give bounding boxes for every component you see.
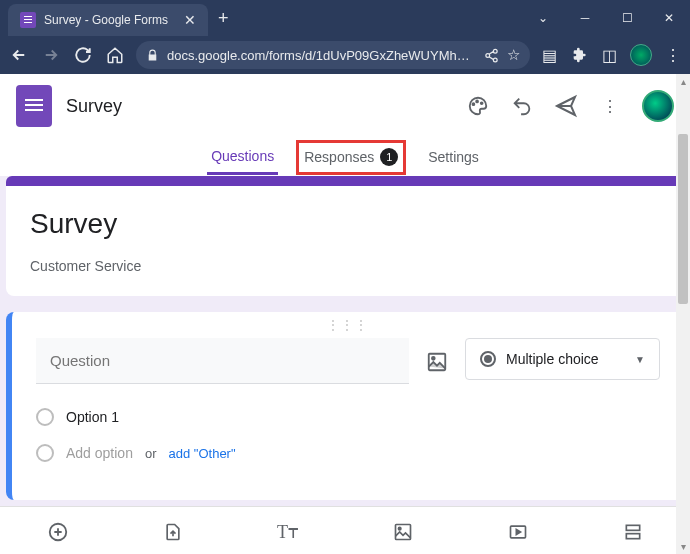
home-button[interactable] [104,44,126,66]
send-button[interactable] [554,94,578,118]
svg-rect-10 [626,533,639,538]
reader-icon[interactable]: ▤ [540,46,558,64]
option-text[interactable]: Option 1 [66,409,119,425]
new-tab-button[interactable]: + [208,0,239,36]
radio-empty-icon [36,408,54,426]
account-avatar[interactable] [642,90,674,122]
minimize-button[interactable]: ─ [564,0,606,36]
question-type-label: Multiple choice [506,351,625,367]
scroll-up-icon[interactable]: ▴ [676,76,690,87]
add-section-button[interactable] [621,520,645,544]
scrollbar-thumb[interactable] [678,134,688,304]
sidepanel-icon[interactable]: ◫ [600,46,618,64]
tab-favicon [20,12,36,28]
add-video-button[interactable] [506,520,530,544]
browser-tab[interactable]: Survey - Google Forms ✕ [8,4,208,36]
address-bar[interactable]: docs.google.com/forms/d/1dUvP09GxZheWUYM… [136,41,530,69]
scrollbar[interactable]: ▴ ▾ [676,74,690,554]
add-option-row: Add option or add "Other" [36,444,660,462]
add-option-button[interactable]: Add option [66,445,133,461]
accent-bar [6,176,684,186]
form-description[interactable]: Customer Service [30,258,660,274]
form-name[interactable]: Survey [66,96,452,117]
tab-search-button[interactable]: ⌄ [522,0,564,36]
tab-settings[interactable]: Settings [424,141,483,173]
add-image-button[interactable] [425,350,449,374]
add-question-button[interactable] [46,520,70,544]
chevron-down-icon: ▼ [635,354,645,365]
lock-icon [146,49,159,62]
chrome-menu-icon[interactable]: ⋮ [664,46,682,64]
tab-responses[interactable]: Responses 1 [300,140,402,174]
maximize-button[interactable]: ☐ [606,0,648,36]
radio-empty-icon [36,444,54,462]
svg-point-7 [398,527,401,530]
or-text: or [145,446,157,461]
tab-questions[interactable]: Questions [207,140,278,175]
add-title-button[interactable]: Tᴛ [276,520,300,544]
title-card[interactable]: Survey Customer Service [6,186,684,296]
import-questions-button[interactable] [161,520,185,544]
url-text: docs.google.com/forms/d/1dUvP09GxZheWUYM… [167,48,476,63]
form-body: Survey Customer Service ⋮⋮⋮ Multiple cho… [0,176,690,554]
svg-point-4 [432,357,435,360]
share-icon[interactable] [484,48,499,63]
tab-title: Survey - Google Forms [44,13,176,27]
extensions-icon[interactable] [570,46,588,64]
drag-handle-icon[interactable]: ⋮⋮⋮ [36,312,660,338]
theme-button[interactable] [466,94,490,118]
form-tabs: Questions Responses 1 Settings [0,138,690,176]
close-window-button[interactable]: ✕ [648,0,690,36]
tab-questions-label: Questions [211,148,274,164]
back-button[interactable] [8,44,30,66]
add-image-toolbar-button[interactable] [391,520,415,544]
tab-close-icon[interactable]: ✕ [184,12,196,28]
question-card[interactable]: ⋮⋮⋮ Multiple choice ▼ Option 1 Add optio… [6,312,684,500]
forms-logo[interactable] [16,85,52,127]
question-toolbar: Tᴛ [0,506,690,554]
scroll-down-icon[interactable]: ▾ [676,541,690,552]
svg-rect-6 [395,524,410,539]
question-type-dropdown[interactable]: Multiple choice ▼ [465,338,660,380]
tab-settings-label: Settings [428,149,479,165]
svg-point-1 [476,101,478,103]
form-title-text[interactable]: Survey [30,208,660,240]
tab-responses-label: Responses [304,149,374,165]
question-input[interactable] [36,338,409,384]
svg-point-2 [481,102,483,104]
bookmark-icon[interactable]: ☆ [507,46,520,64]
forward-button[interactable] [40,44,62,66]
reload-button[interactable] [72,44,94,66]
forms-header: Survey ⋮ [0,74,690,138]
responses-badge: 1 [380,148,398,166]
svg-point-0 [473,103,475,105]
more-menu-button[interactable]: ⋮ [598,94,622,118]
undo-button[interactable] [510,94,534,118]
add-other-button[interactable]: add "Other" [169,446,236,461]
profile-avatar[interactable] [630,44,652,66]
option-row[interactable]: Option 1 [36,408,660,426]
radio-icon [480,351,496,367]
svg-rect-9 [626,525,639,530]
